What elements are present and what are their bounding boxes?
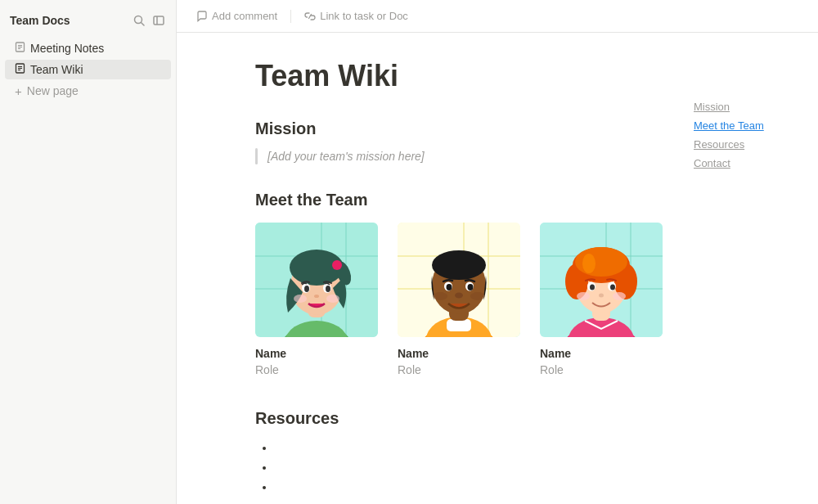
svg-point-44 <box>447 284 452 290</box>
sidebar-header: Team Docs <box>0 7 176 34</box>
sidebar-item-label-meeting-notes: Meeting Notes <box>30 42 104 55</box>
svg-point-28 <box>314 295 319 298</box>
svg-point-47 <box>433 292 447 300</box>
document-icon <box>15 42 25 55</box>
svg-point-62 <box>582 254 596 273</box>
svg-point-48 <box>470 292 485 300</box>
toc-item-resources[interactable]: Resources <box>687 136 805 153</box>
svg-point-68 <box>577 292 590 300</box>
sidebar-item-team-wiki[interactable]: Team Wiki <box>5 60 171 79</box>
plus-icon: + <box>15 85 22 97</box>
team-member-3: Name Role <box>540 223 663 376</box>
resource-item-2[interactable] <box>275 457 609 477</box>
svg-point-69 <box>613 292 626 300</box>
team-member-2: Name Role <box>398 223 520 376</box>
resource-item-3[interactable] <box>275 477 609 497</box>
svg-point-41 <box>432 250 486 280</box>
search-button[interactable] <box>132 13 146 28</box>
link-icon <box>304 11 316 22</box>
search-icon <box>133 15 145 26</box>
toc-item-contact[interactable]: Contact <box>687 155 805 172</box>
toc-item-meet-the-team[interactable]: Meet the Team <box>687 117 805 134</box>
svg-point-65 <box>590 285 595 290</box>
team-member-1-role: Role <box>255 363 378 376</box>
document-icon-2 <box>15 63 25 76</box>
svg-point-66 <box>610 285 615 290</box>
sidebar-header-icons <box>132 13 166 28</box>
team-avatar-2 <box>398 223 520 337</box>
meet-team-section: Meet the Team <box>255 191 609 376</box>
team-member-1-name: Name <box>255 347 378 360</box>
resource-item-1[interactable] <box>275 438 609 457</box>
svg-point-45 <box>468 284 474 290</box>
link-label: Link to task or Doc <box>320 10 408 22</box>
sidebar-item-meeting-notes[interactable]: Meeting Notes <box>5 38 171 58</box>
team-member-1: Name Role <box>255 223 378 376</box>
new-page-button[interactable]: + New page <box>5 81 171 101</box>
resources-list <box>255 438 609 497</box>
mission-placeholder[interactable]: [Add your team's mission here] <box>267 148 425 164</box>
toc-sidebar: Mission Meet the Team Resources Contact <box>687 33 818 504</box>
svg-line-1 <box>142 23 145 26</box>
svg-point-46 <box>455 293 463 299</box>
toolbar: Add comment Link to task or Doc <box>177 0 818 33</box>
svg-point-30 <box>326 295 339 303</box>
sidebar-item-label-team-wiki: Team Wiki <box>30 63 83 76</box>
page-title: Team Wiki <box>255 59 609 93</box>
svg-rect-33 <box>488 223 489 337</box>
sidebar-toggle-button[interactable] <box>151 13 166 28</box>
team-member-2-role: Role <box>398 363 520 376</box>
sidebar: Team Docs M <box>0 0 177 504</box>
main-area: Add comment Link to task or Doc Team Wik… <box>177 0 818 504</box>
svg-rect-38 <box>447 319 471 331</box>
team-member-3-name: Name <box>540 347 663 360</box>
mission-blockquote: [Add your team's mission here] <box>255 148 609 164</box>
svg-point-23 <box>332 260 342 270</box>
team-grid: Name Role <box>255 223 609 376</box>
svg-point-67 <box>599 294 604 298</box>
team-avatar-3 <box>540 223 663 337</box>
add-comment-label: Add comment <box>212 10 277 22</box>
team-avatar-1 <box>255 223 378 337</box>
meet-team-heading: Meet the Team <box>255 191 609 209</box>
blockquote-bar <box>255 148 258 164</box>
team-member-2-name: Name <box>398 347 520 360</box>
content-wrapper: Team Wiki Mission [Add your team's missi… <box>177 33 818 504</box>
svg-point-29 <box>294 295 307 303</box>
toolbar-separator <box>290 10 291 23</box>
page-content: Team Wiki Mission [Add your team's missi… <box>177 33 687 504</box>
svg-point-26 <box>304 286 309 292</box>
sidebar-title: Team Docs <box>10 14 70 27</box>
sidebar-toggle-icon <box>153 15 164 26</box>
mission-heading: Mission <box>255 119 609 138</box>
new-page-label: New page <box>27 84 79 97</box>
svg-rect-2 <box>154 16 164 25</box>
comment-icon <box>196 11 208 22</box>
toc-item-mission[interactable]: Mission <box>687 98 805 115</box>
link-action[interactable]: Link to task or Doc <box>304 10 408 22</box>
add-comment-action[interactable]: Add comment <box>196 10 277 22</box>
team-member-3-role: Role <box>540 363 663 376</box>
resources-heading: Resources <box>255 409 609 428</box>
svg-point-27 <box>326 286 330 292</box>
resources-section: Resources <box>255 409 609 497</box>
